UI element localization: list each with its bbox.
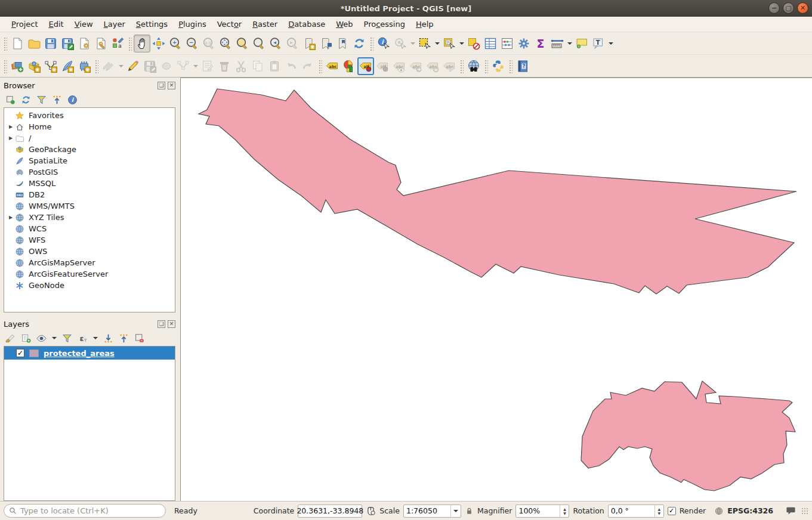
zoom-out-icon[interactable]: − (184, 35, 200, 52)
expand-all-icon[interactable] (101, 332, 115, 345)
layers-float-icon[interactable]: ❏ (158, 320, 165, 328)
browser-item-xyz-tiles[interactable]: ▶XYZ Tiles (4, 212, 175, 223)
menu-vector[interactable]: Vector (212, 18, 247, 30)
menu-help[interactable]: Help (410, 18, 439, 30)
menu-database[interactable]: Database (283, 18, 331, 30)
map-canvas[interactable] (180, 78, 812, 501)
scale-dropdown-icon[interactable] (450, 505, 461, 517)
open-attribute-table-icon[interactable] (482, 35, 499, 52)
menu-processing[interactable]: Processing (359, 18, 410, 30)
select-features-dropdown-icon[interactable] (433, 35, 441, 52)
browser-item-wms-wmts[interactable]: WMS/WMTS (4, 200, 175, 212)
new-shapefile-layer-icon[interactable] (42, 57, 59, 75)
style-manager-icon[interactable]: a (109, 35, 126, 52)
toolbar-grip[interactable] (3, 36, 7, 51)
new-spatial-bookmark-icon[interactable] (301, 35, 317, 52)
remove-layer-icon[interactable] (132, 332, 146, 345)
browser-float-icon[interactable]: ❏ (158, 82, 165, 89)
expander-icon[interactable]: ▶ (7, 135, 15, 141)
collapse-all-layers-icon[interactable] (117, 332, 130, 345)
menu-plugins[interactable]: Plugins (173, 18, 212, 30)
close-button[interactable]: ✕ (797, 2, 808, 14)
browser-item-wfs[interactable]: WFS (4, 234, 175, 246)
rotation-spinbox[interactable]: 0,0 ° ▲▼ (608, 504, 664, 518)
refresh-browser-icon[interactable] (19, 93, 32, 106)
scale-combobox[interactable]: 1:76050 (403, 504, 461, 518)
crs-globe-icon[interactable] (714, 506, 724, 516)
open-layer-styling-icon[interactable] (4, 332, 17, 345)
filter-browser-icon[interactable] (35, 93, 48, 106)
menu-web[interactable]: Web (331, 18, 358, 30)
select-features-icon[interactable] (416, 35, 433, 52)
extents-toggle-icon[interactable] (366, 506, 376, 516)
expander-icon[interactable]: ▶ (7, 124, 15, 129)
python-console-icon[interactable] (490, 57, 507, 75)
filter-legend-icon[interactable] (60, 332, 73, 345)
pan-map-icon[interactable] (134, 35, 150, 52)
toolbar-grip[interactable] (128, 36, 132, 51)
title-bar[interactable]: *Untitled Project - QGIS [new] − ▢ ✕ (0, 0, 812, 17)
manage-map-themes-icon[interactable] (35, 332, 48, 345)
magnifier-spin-icons[interactable]: ▲▼ (560, 505, 569, 517)
menu-settings[interactable]: Settings (131, 18, 173, 30)
show-bookmark-manager-icon[interactable] (334, 35, 351, 52)
new-spatialite-layer-icon[interactable] (59, 57, 76, 75)
field-calculator-icon[interactable] (499, 35, 515, 52)
expander-icon[interactable]: ▶ (7, 215, 15, 220)
toolbar-grip[interactable] (3, 59, 7, 73)
zoom-last-icon[interactable]: ◂ (267, 35, 284, 52)
coordinate-input[interactable]: 20.3631,-33.8948 (298, 504, 362, 518)
refresh-map-icon[interactable] (351, 35, 368, 52)
select-features-by-value-icon[interactable] (441, 35, 458, 52)
filter-by-expression-dropdown-icon[interactable] (91, 329, 99, 347)
toolbar-grip[interactable] (459, 59, 464, 73)
browser-item-postgis[interactable]: PostGIS (4, 166, 175, 178)
layer-visibility-checkbox[interactable]: ✓ (16, 349, 24, 357)
new-print-layout-icon[interactable] (76, 35, 92, 52)
zoom-full-icon[interactable] (217, 35, 234, 52)
browser-item-ows[interactable]: OWS (4, 246, 175, 257)
toolbar-grip[interactable] (94, 59, 98, 73)
toolbar-grip[interactable] (508, 59, 512, 73)
browser-item-geonode[interactable]: GeoNode (4, 280, 175, 291)
layers-close-icon[interactable]: ✕ (168, 320, 175, 328)
browser-item--[interactable]: ▶/ (4, 132, 175, 144)
zoom-in-icon[interactable]: + (167, 35, 184, 52)
manage-map-themes-dropdown-icon[interactable] (50, 329, 58, 347)
add-selected-layer-icon[interactable] (4, 93, 17, 106)
enable-properties-widget-icon[interactable]: i (66, 93, 79, 106)
project-open-icon[interactable] (26, 35, 42, 52)
measure-line-icon[interactable] (549, 35, 566, 52)
show-spatial-bookmarks-icon[interactable] (317, 35, 334, 52)
browser-item-spatialite[interactable]: SpatiaLite (4, 155, 175, 166)
zoom-to-selection-icon[interactable] (234, 35, 251, 52)
browser-item-favorites[interactable]: Favorites (4, 110, 175, 121)
show-layout-manager-icon[interactable] (92, 35, 109, 52)
browser-item-home[interactable]: ▶Home (4, 121, 175, 132)
zoom-to-layer-icon[interactable] (251, 35, 267, 52)
maximize-button[interactable]: ▢ (783, 2, 794, 14)
help-contents-icon[interactable]: ? (514, 57, 531, 75)
layer-labeling-icon[interactable]: abc (324, 57, 341, 75)
toggle-editing-icon[interactable] (125, 57, 141, 75)
select-features-by-value-dropdown-icon[interactable] (458, 35, 465, 52)
map-tips-icon[interactable] (573, 35, 590, 52)
browser-item-arcgismapserver[interactable]: ArcGisMapServer (4, 257, 175, 268)
menu-layer[interactable]: Layer (98, 18, 131, 30)
locate-search-input[interactable]: Type to locate (Ctrl+K) (4, 504, 166, 518)
crs-status[interactable]: EPSG:4326 (727, 506, 773, 515)
browser-item-db2[interactable]: DB2DB2 (4, 189, 175, 200)
data-source-manager-icon[interactable] (9, 57, 26, 75)
browser-item-mssql[interactable]: MSSQL (4, 178, 175, 189)
magnifier-spinbox[interactable]: 100% ▲▼ (515, 504, 569, 518)
identify-features-icon[interactable]: i (375, 35, 392, 52)
deselect-features-icon[interactable] (465, 35, 482, 52)
render-checkbox[interactable]: ✓ (668, 507, 676, 515)
lock-scale-icon[interactable] (465, 506, 474, 516)
project-new-icon[interactable] (9, 35, 26, 52)
resize-grip[interactable] (801, 507, 808, 515)
toolbar-grip[interactable] (318, 59, 322, 73)
messages-icon[interactable] (785, 506, 796, 516)
layer-diagram-icon[interactable] (341, 57, 357, 75)
statistical-summary-icon[interactable]: Σ (532, 35, 549, 52)
